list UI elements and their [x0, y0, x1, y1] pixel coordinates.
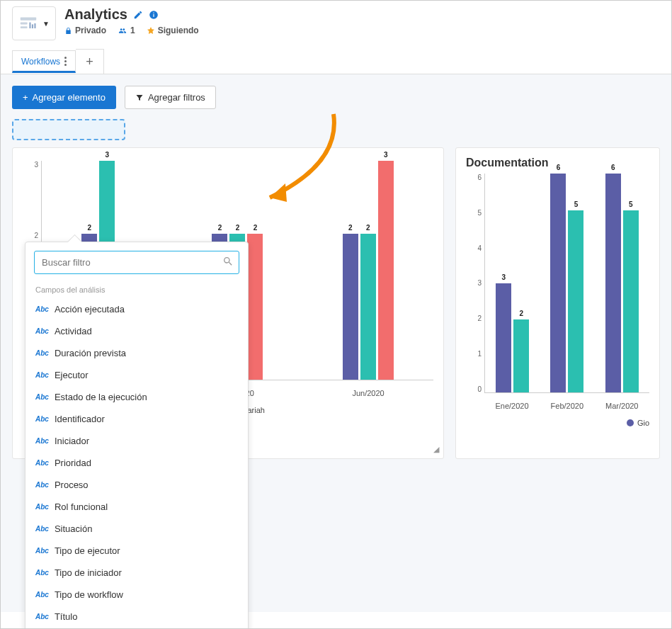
- filter-field-item[interactable]: AbcTítulo: [34, 606, 239, 628]
- svg-rect-0: [21, 18, 36, 21]
- abc-type-icon: Abc: [35, 591, 49, 599]
- filter-field-item[interactable]: AbcActividad: [34, 320, 239, 342]
- svg-rect-5: [34, 23, 35, 28]
- tab-workflows[interactable]: Workflows: [12, 50, 76, 73]
- add-tab-button[interactable]: +: [76, 49, 104, 74]
- following-indicator[interactable]: Siguiendo: [147, 26, 199, 35]
- resize-handle-icon[interactable]: ◢: [433, 445, 439, 454]
- svg-rect-2: [21, 26, 28, 28]
- edit-icon[interactable]: [133, 10, 143, 20]
- chart-plot-right: 6543210 326565 Ene/2020Feb/2020Mar/2020: [466, 174, 649, 414]
- filter-field-item[interactable]: AbcTipo de ejecutor: [34, 540, 239, 562]
- search-icon: [222, 256, 234, 269]
- add-element-button[interactable]: + Agregar elemento: [12, 86, 116, 109]
- filter-search-popup: Campos del análisis AbcAcción ejecutadaA…: [25, 242, 249, 629]
- filter-field-item[interactable]: AbcIniciador: [34, 430, 239, 452]
- abc-type-icon: Abc: [35, 481, 49, 489]
- chart-card-right: Documentation 6543210 326565 Ene/2020Feb…: [455, 147, 660, 459]
- star-icon: [147, 26, 155, 35]
- svg-rect-8: [153, 12, 154, 13]
- filter-field-item[interactable]: AbcEstado de la ejecución: [34, 386, 239, 408]
- abc-type-icon: Abc: [35, 371, 49, 379]
- abc-type-icon: Abc: [35, 547, 49, 555]
- abc-type-icon: Abc: [35, 503, 49, 511]
- abc-type-icon: Abc: [35, 525, 49, 533]
- abc-type-icon: Abc: [35, 613, 49, 620]
- plus-icon: +: [23, 92, 28, 103]
- add-filters-button[interactable]: Agregar filtros: [125, 86, 216, 109]
- abc-type-icon: Abc: [35, 569, 49, 577]
- filter-section-header: Campos del análisis: [34, 281, 239, 298]
- view-icon-selector[interactable]: ▼: [12, 6, 56, 40]
- filter-field-item[interactable]: AbcIdentificador: [34, 408, 239, 430]
- analytics-view-icon: [18, 13, 38, 33]
- filter-field-item[interactable]: AbcTipo de iniciador: [34, 562, 239, 584]
- abc-type-icon: Abc: [35, 393, 49, 401]
- filter-field-item[interactable]: AbcSituación: [34, 518, 239, 540]
- filter-field-item[interactable]: AbcPrioridad: [34, 452, 239, 474]
- people-icon: [118, 27, 127, 35]
- chevron-down-icon: ▼: [42, 20, 50, 28]
- svg-rect-3: [29, 23, 30, 28]
- info-icon[interactable]: [149, 10, 159, 20]
- abc-type-icon: Abc: [35, 459, 49, 467]
- filter-field-item[interactable]: AbcRol funcional: [34, 496, 239, 518]
- lock-icon: [64, 27, 72, 35]
- abc-type-icon: Abc: [35, 415, 49, 423]
- filter-field-item[interactable]: AbcTipo de workflow: [34, 584, 239, 606]
- filter-drop-zone[interactable]: [12, 119, 125, 140]
- filter-icon: [135, 94, 144, 102]
- members-indicator[interactable]: 1: [118, 26, 135, 35]
- filter-search-input[interactable]: [34, 251, 239, 274]
- svg-rect-1: [21, 23, 28, 25]
- legend-item[interactable]: Gio: [627, 419, 649, 427]
- svg-rect-4: [32, 24, 33, 28]
- abc-type-icon: Abc: [35, 305, 49, 313]
- filter-field-item[interactable]: AbcProceso: [34, 474, 239, 496]
- abc-type-icon: Abc: [35, 437, 49, 445]
- filter-field-item[interactable]: AbcEjecutor: [34, 364, 239, 386]
- page-title: Analytics: [64, 6, 127, 23]
- privacy-indicator[interactable]: Privado: [64, 26, 106, 35]
- filter-field-item[interactable]: AbcDuración prevista: [34, 342, 239, 364]
- chart-legend-right: Gio: [466, 419, 649, 427]
- abc-type-icon: Abc: [35, 327, 49, 335]
- tab-menu-icon[interactable]: [64, 57, 67, 66]
- filter-field-item[interactable]: AbcAcción ejecutada: [34, 298, 239, 320]
- abc-type-icon: Abc: [35, 349, 49, 357]
- svg-rect-7: [153, 13, 154, 16]
